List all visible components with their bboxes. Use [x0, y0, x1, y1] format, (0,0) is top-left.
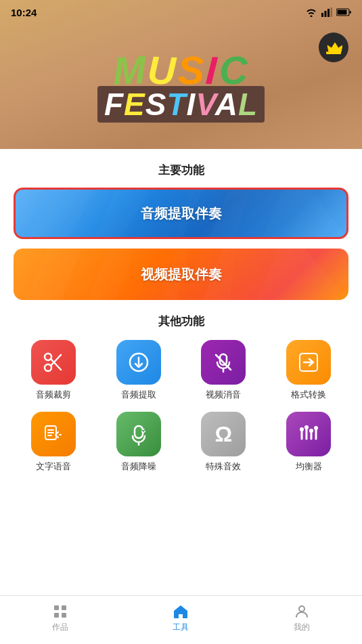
- video-extract-label: 视频提取伴奏: [141, 265, 222, 284]
- audio-cut-label: 音频裁剪: [36, 389, 71, 401]
- icon-item-format-convert[interactable]: 格式转换: [269, 340, 348, 401]
- icons-grid: 音频裁剪 音频提取 视频消音: [14, 340, 348, 473]
- audio-extract-button[interactable]: 音频提取伴奏: [14, 188, 348, 239]
- status-bar: 10:24: [0, 0, 362, 24]
- svg-rect-6: [326, 52, 341, 54]
- svg-rect-0: [321, 13, 323, 17]
- battery-icon: [336, 8, 351, 16]
- main-content: 主要功能 音频提取伴奏 视频提取伴奏 其他功能: [0, 149, 362, 644]
- nav-item-tools[interactable]: 工具: [120, 603, 241, 637]
- video-mute-icon-box: [201, 340, 246, 385]
- svg-rect-41: [62, 605, 66, 610]
- equalizer-icon-box: [286, 412, 331, 456]
- works-nav-label: 作品: [52, 622, 68, 633]
- svg-rect-43: [62, 613, 66, 618]
- main-section-title: 主要功能: [14, 163, 348, 178]
- signal-icon: [321, 7, 332, 17]
- icon-item-text-voice[interactable]: 文字语音: [14, 412, 93, 473]
- status-time: 10:24: [11, 7, 37, 18]
- icon-item-audio-denoise[interactable]: 音频降噪: [99, 412, 179, 473]
- tools-nav-label: 工具: [173, 622, 189, 633]
- scissors-icon: [42, 351, 65, 374]
- video-extract-button[interactable]: 视频提取伴奏: [14, 249, 348, 300]
- icon-item-video-mute[interactable]: 视频消音: [184, 340, 264, 401]
- svg-point-36: [300, 427, 304, 431]
- icon-item-audio-extract[interactable]: 音频提取: [99, 340, 179, 401]
- nav-item-mine[interactable]: 我的: [242, 603, 362, 637]
- mine-nav-label: 我的: [294, 622, 310, 633]
- special-effect-label: 特殊音效: [206, 460, 241, 473]
- audio-cut-icon-box: [31, 340, 76, 385]
- audio-extract-icon-box: [116, 340, 161, 385]
- icon-item-special-effect[interactable]: Ω 特殊音效: [184, 412, 264, 473]
- svg-rect-42: [54, 613, 59, 618]
- svg-rect-2: [327, 9, 330, 17]
- home-icon: [172, 603, 189, 620]
- text-voice-icon: [42, 423, 65, 446]
- text-voice-icon-box: [31, 412, 76, 456]
- svg-rect-40: [54, 605, 59, 610]
- omega-symbol: Ω: [215, 422, 233, 447]
- svg-point-44: [299, 606, 304, 611]
- other-section-title: 其他功能: [14, 314, 348, 329]
- special-effect-icon-box: Ω: [201, 412, 246, 456]
- denoise-icon: [127, 423, 150, 446]
- format-convert-label: 格式转换: [291, 389, 326, 401]
- banner-content: MUSIC FESTIVAL: [0, 24, 362, 149]
- works-nav-icon: [52, 603, 68, 620]
- text-voice-label: 文字语音: [36, 460, 71, 473]
- audio-denoise-icon-box: [116, 412, 161, 456]
- mic-off-icon: [212, 351, 235, 374]
- festival-title: MUSIC FESTIVAL: [97, 51, 265, 123]
- audio-denoise-label: 音频降噪: [121, 460, 156, 473]
- svg-point-38: [309, 429, 313, 433]
- mine-nav-icon: [294, 603, 310, 620]
- svg-point-39: [314, 426, 318, 430]
- audio-extract-label: 音频提取伴奏: [141, 205, 222, 223]
- equalizer-label: 均衡器: [296, 460, 322, 473]
- format-convert-icon-box: [286, 340, 331, 385]
- wifi-icon: [305, 7, 317, 17]
- svg-rect-29: [135, 426, 143, 438]
- svg-rect-5: [338, 10, 347, 15]
- audio-extract-label2: 音频提取: [121, 389, 156, 401]
- icon-item-audio-cut[interactable]: 音频裁剪: [14, 340, 93, 401]
- icon-item-equalizer[interactable]: 均衡器: [269, 412, 348, 473]
- svg-point-37: [304, 425, 309, 429]
- bottom-nav: 作品 工具 我的: [0, 595, 362, 644]
- equalizer-icon: [297, 423, 320, 446]
- nav-item-works[interactable]: 作品: [0, 603, 120, 637]
- convert-icon: [297, 351, 320, 374]
- crown-icon: [325, 40, 342, 55]
- video-mute-label: 视频消音: [206, 389, 241, 401]
- download-circle-icon: [127, 351, 150, 374]
- status-icons: [305, 7, 351, 17]
- svg-line-26: [216, 355, 231, 370]
- svg-rect-3: [331, 7, 333, 17]
- crown-badge: [319, 33, 348, 62]
- svg-rect-1: [325, 11, 327, 17]
